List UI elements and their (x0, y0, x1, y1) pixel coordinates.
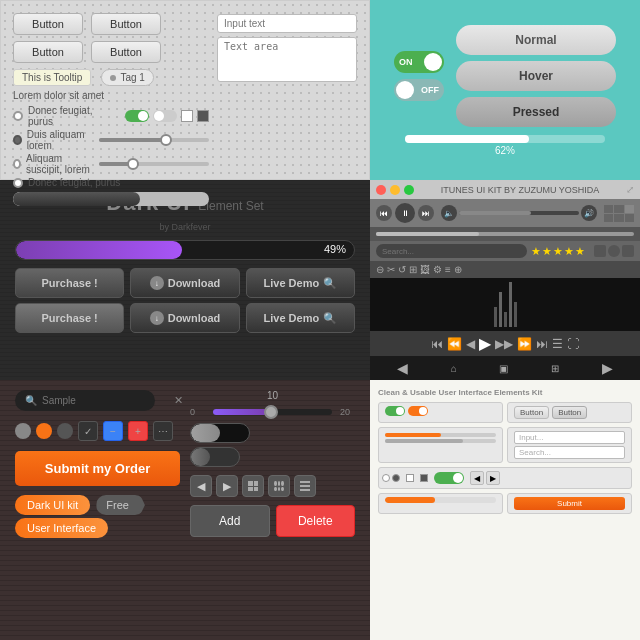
swatch-gray[interactable] (15, 423, 31, 439)
clean-btn-2[interactable]: Button (552, 406, 587, 419)
toolbar-icon-4[interactable]: ⊞ (409, 264, 417, 275)
toolbar-icon-8[interactable]: ⊕ (454, 264, 462, 275)
clean-btn-1[interactable]: Button (514, 406, 549, 419)
clean-radio-2[interactable] (392, 474, 400, 482)
toggle-1[interactable] (125, 110, 149, 122)
toolbar-icon-3[interactable]: ↺ (398, 264, 406, 275)
purchase-btn-2[interactable]: Purchase ! (15, 303, 124, 333)
maximize-btn[interactable] (404, 185, 414, 195)
swatch-orange[interactable] (36, 423, 52, 439)
tag[interactable]: Tag 1 (101, 69, 153, 86)
range-slider[interactable] (213, 409, 332, 415)
dark-toggle-2[interactable] (190, 447, 240, 467)
toolbar-icon-7[interactable]: ≡ (445, 264, 451, 275)
button-3[interactable]: Button (13, 41, 83, 63)
button-1[interactable]: Button (13, 13, 83, 35)
textarea[interactable] (217, 37, 357, 82)
nav-next[interactable]: ▶ (216, 475, 238, 497)
clean-check-2[interactable] (420, 474, 428, 482)
playlist-btn[interactable]: ☰ (552, 337, 563, 351)
clean-arr-l[interactable]: ◀ (470, 471, 484, 485)
clean-slider-1[interactable] (385, 433, 496, 437)
swatch-dark[interactable] (57, 423, 73, 439)
more-btn[interactable]: ⋯ (153, 421, 173, 441)
toggle-off[interactable]: OFF (394, 79, 444, 101)
dark-toggle-1[interactable] (190, 423, 250, 443)
fwd-btn[interactable]: ▶▶ (495, 337, 513, 351)
it-home-icon[interactable]: ⌂ (451, 363, 457, 374)
pause-btn[interactable]: ⏸ (395, 203, 415, 223)
live-demo-btn-1[interactable]: Live Demo 🔍 (246, 268, 355, 298)
clean-radio-1[interactable] (382, 474, 390, 482)
star-rating[interactable]: ★★★★★ (531, 245, 586, 258)
clean-input-2[interactable]: Search... (514, 446, 625, 459)
next-track-btn[interactable]: ⏭ (536, 337, 548, 351)
view-cover[interactable] (625, 205, 634, 213)
clean-arr-r[interactable]: ▶ (486, 471, 500, 485)
toolbar-icon-1[interactable]: ⊖ (376, 264, 384, 275)
slider-2[interactable] (99, 162, 209, 166)
toggle-2[interactable] (153, 110, 177, 122)
pressed-button[interactable]: Pressed (456, 97, 616, 127)
tag-free[interactable]: Free (96, 495, 145, 515)
checkbox-1[interactable] (181, 110, 193, 122)
grid-view-btn[interactable] (242, 475, 264, 497)
list-view-btn[interactable] (294, 475, 316, 497)
view-list[interactable] (604, 205, 613, 213)
next-btn[interactable]: ⏭ (418, 205, 434, 221)
back-btn[interactable]: ⏪ (447, 337, 462, 351)
close-btn[interactable] (376, 185, 386, 195)
vol-down-icon[interactable]: 🔈 (441, 205, 457, 221)
vol-up-icon[interactable]: 🔊 (581, 205, 597, 221)
rwd-btn[interactable]: ◀ (466, 337, 475, 351)
purchase-btn-1[interactable]: Purchase ! (15, 268, 124, 298)
prev-btn[interactable]: ⏮ (376, 205, 392, 221)
radio-4[interactable] (13, 178, 23, 188)
download-btn-2[interactable]: ↓ Download (130, 303, 239, 333)
dotgrid-view-btn[interactable] (268, 475, 290, 497)
view-5[interactable] (614, 214, 623, 222)
volume-slider[interactable] (459, 211, 579, 215)
view-grid[interactable] (614, 205, 623, 213)
ffwd-btn[interactable]: ⏩ (517, 337, 532, 351)
play-btn[interactable]: ▶ (479, 334, 491, 353)
check-icon[interactable] (594, 245, 606, 257)
clean-slider-2[interactable] (385, 439, 496, 443)
toolbar-icon-5[interactable]: 🖼 (420, 264, 430, 275)
check-btn[interactable]: ✓ (78, 421, 98, 441)
it-settings-icon[interactable]: ⊞ (551, 363, 559, 374)
track-progress[interactable] (376, 232, 634, 236)
clean-toggle-small[interactable] (434, 472, 464, 484)
download-btn-1[interactable]: ↓ Download (130, 268, 239, 298)
delete-btn[interactable]: Delete (276, 505, 356, 537)
clean-submit-btn[interactable]: Submit (514, 497, 625, 510)
clear-search-icon[interactable]: ✕ (174, 394, 183, 407)
button-2[interactable]: Button (91, 13, 161, 35)
view-4[interactable] (604, 214, 613, 222)
it-window-icon[interactable]: ▣ (499, 363, 508, 374)
checkbox-2[interactable] (197, 110, 209, 122)
radio-1[interactable] (13, 111, 23, 121)
normal-button[interactable]: Normal (456, 25, 616, 55)
clean-input-1[interactable]: Input... (514, 431, 625, 444)
plus-btn[interactable]: + (128, 421, 148, 441)
range-knob[interactable] (264, 405, 278, 419)
button-4[interactable]: Button (91, 41, 161, 63)
input-text[interactable] (217, 14, 357, 33)
hover-button[interactable]: Hover (456, 61, 616, 91)
minimize-btn[interactable] (390, 185, 400, 195)
clean-toggle-orange[interactable] (408, 406, 428, 416)
radio-2[interactable] (13, 135, 22, 145)
fullscreen-btn[interactable]: ⛶ (567, 337, 579, 351)
tag-user-interface[interactable]: User Interface (15, 518, 108, 538)
clean-toggle-1[interactable] (378, 402, 503, 423)
clean-toggle-on[interactable] (385, 406, 405, 416)
slider-1[interactable] (99, 138, 209, 142)
it-next-icon[interactable]: ▶ (602, 360, 613, 376)
prev-track-btn[interactable]: ⏮ (431, 337, 443, 351)
add-btn[interactable]: Add (190, 505, 270, 537)
live-demo-btn-2[interactable]: Live Demo 🔍 (246, 303, 355, 333)
search-input-dark[interactable] (42, 395, 169, 406)
dot-icon[interactable] (608, 245, 620, 257)
minus-btn[interactable]: − (103, 421, 123, 441)
